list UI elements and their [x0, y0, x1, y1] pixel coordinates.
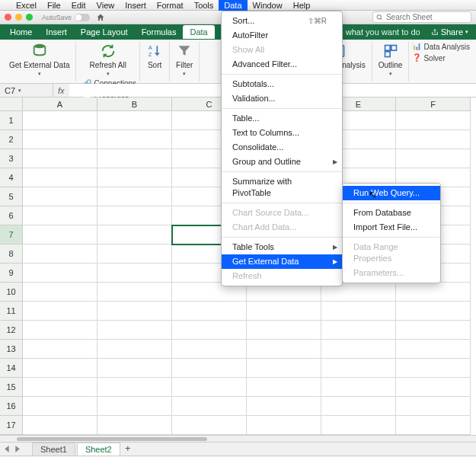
menu-item[interactable]: AutoFilter	[222, 28, 342, 43]
cell[interactable]	[396, 378, 471, 397]
menubar-excel[interactable]: Excel	[11, 0, 42, 11]
minimize-window-button[interactable]	[15, 14, 22, 21]
tab-insert[interactable]: Insert	[39, 25, 74, 39]
menubar-format[interactable]: Format	[152, 0, 189, 11]
cell[interactable]	[23, 149, 97, 168]
sort-button[interactable]: AZ Sort	[143, 41, 166, 71]
tab-page-layout[interactable]: Page Layout	[74, 25, 135, 39]
cell[interactable]	[97, 168, 172, 187]
cell[interactable]	[23, 397, 97, 416]
cell[interactable]	[172, 340, 247, 359]
cell[interactable]	[321, 416, 396, 435]
search-sheet[interactable]	[372, 11, 471, 23]
close-window-button[interactable]	[5, 14, 11, 21]
menubar-data[interactable]: Data	[219, 0, 247, 11]
cell[interactable]	[97, 264, 172, 283]
cell[interactable]	[247, 340, 321, 359]
name-box[interactable]: C7 ▾	[0, 84, 53, 97]
cell[interactable]	[97, 416, 172, 435]
cell[interactable]	[321, 397, 396, 416]
row-header[interactable]: 5	[0, 187, 23, 206]
row-header[interactable]: 6	[0, 206, 23, 225]
cell[interactable]	[247, 321, 321, 340]
col-header-b[interactable]: B	[97, 97, 172, 111]
menu-item[interactable]: Get External Data	[222, 254, 342, 269]
cell[interactable]	[97, 187, 172, 206]
menu-item[interactable]: Text to Columns...	[222, 126, 342, 140]
menubar-file[interactable]: File	[42, 0, 66, 11]
cell[interactable]	[396, 321, 471, 340]
cell[interactable]	[172, 397, 247, 416]
cell[interactable]	[396, 283, 471, 302]
col-header-f[interactable]: F	[396, 97, 471, 111]
cell[interactable]	[23, 416, 97, 435]
autosave-switch[interactable]	[75, 14, 90, 21]
cell[interactable]	[321, 359, 396, 378]
cell[interactable]	[23, 168, 97, 187]
cell[interactable]	[97, 111, 172, 130]
row-header[interactable]: 17	[0, 416, 23, 435]
cell[interactable]	[172, 378, 247, 397]
add-sheet-button[interactable]: +	[122, 443, 134, 455]
menu-item[interactable]: Validation...	[222, 91, 342, 106]
menu-item[interactable]: Subtotals...	[222, 77, 342, 91]
cell[interactable]	[321, 302, 396, 321]
cell[interactable]	[396, 130, 471, 149]
cell[interactable]	[97, 283, 172, 302]
cell[interactable]	[247, 416, 321, 435]
fx-button[interactable]: fx	[53, 86, 69, 95]
tab-formulas[interactable]: Formulas	[135, 25, 184, 39]
menu-item[interactable]: Consolidate...	[222, 140, 342, 155]
cell[interactable]	[247, 397, 321, 416]
scrollbar-thumb[interactable]	[17, 437, 207, 441]
tab-home[interactable]: Home	[3, 25, 39, 39]
col-header-a[interactable]: A	[23, 97, 97, 111]
select-all-triangle[interactable]	[0, 97, 23, 111]
cell[interactable]	[23, 206, 97, 225]
menu-item[interactable]: From Database	[343, 206, 440, 220]
menu-item[interactable]: Sort...⇧⌘R	[222, 14, 342, 28]
cell[interactable]	[23, 283, 97, 302]
row-header[interactable]: 7	[0, 225, 23, 244]
sheet-tab-sheet1[interactable]: Sheet1	[32, 443, 75, 455]
menu-item[interactable]: Import Text File...	[343, 220, 440, 235]
menu-item[interactable]: Table...	[222, 111, 342, 126]
cell[interactable]	[97, 397, 172, 416]
cell[interactable]	[396, 111, 471, 130]
cell[interactable]	[97, 206, 172, 225]
cell[interactable]	[23, 359, 97, 378]
solver-button[interactable]: ❓Solver	[412, 53, 470, 63]
cell[interactable]	[172, 302, 247, 321]
row-header[interactable]: 15	[0, 378, 23, 397]
fullscreen-window-button[interactable]	[26, 14, 33, 21]
menubar-help[interactable]: Help	[288, 0, 316, 11]
cell[interactable]	[23, 130, 97, 149]
share-button[interactable]: Share ▾	[426, 27, 473, 37]
sheet-tab-sheet2[interactable]: Sheet2	[77, 443, 120, 455]
cell[interactable]	[23, 302, 97, 321]
row-header[interactable]: 13	[0, 340, 23, 359]
menubar-window[interactable]: Window	[248, 0, 288, 11]
cell[interactable]	[396, 302, 471, 321]
prev-sheet-button[interactable]	[3, 445, 11, 453]
cell[interactable]	[97, 302, 172, 321]
home-icon[interactable]	[96, 13, 105, 22]
row-header[interactable]: 8	[0, 244, 23, 264]
cell[interactable]	[97, 149, 172, 168]
cell[interactable]	[97, 359, 172, 378]
row-header[interactable]: 12	[0, 321, 23, 340]
cell[interactable]	[23, 225, 97, 244]
cell[interactable]	[321, 321, 396, 340]
row-header[interactable]: 9	[0, 264, 23, 283]
menu-item[interactable]: Group and Outline	[222, 155, 342, 169]
cell[interactable]	[247, 359, 321, 378]
row-header[interactable]: 4	[0, 168, 23, 187]
row-header[interactable]: 11	[0, 302, 23, 321]
cell[interactable]	[97, 378, 172, 397]
cell[interactable]	[97, 321, 172, 340]
cell[interactable]	[23, 111, 97, 130]
row-header[interactable]: 1	[0, 111, 23, 130]
cell[interactable]	[23, 244, 97, 264]
menubar-insert[interactable]: Insert	[120, 0, 152, 11]
next-sheet-button[interactable]	[13, 445, 21, 453]
